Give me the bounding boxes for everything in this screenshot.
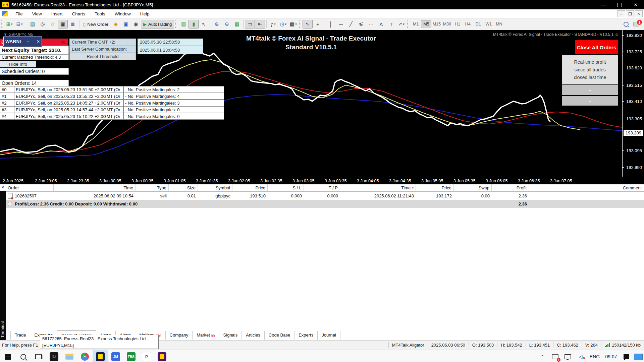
chart-shift-button[interactable]: ⇤ [255,20,265,28]
timeframe-m30[interactable]: M30 [442,20,452,28]
col-comment[interactable]: Comment [529,184,644,192]
language-indicator[interactable]: ENG [587,350,602,362]
tab-trade[interactable]: Trade [10,331,30,340]
timeframe-h4[interactable]: H4 [463,20,473,28]
col-close-time[interactable]: Time ▿ [340,184,416,192]
history-row[interactable]: 102682507 2025.06.02 09:10:54 sell 0.01 … [6,192,644,200]
templates-button[interactable]: ▩▾ [288,20,298,28]
terminal-button[interactable]: ▣ [58,20,68,28]
col-sl[interactable]: S / L [268,184,304,192]
close-all-orders-button[interactable]: Close All Orders [575,40,618,54]
menu-view[interactable]: View [28,10,47,17]
app-exness-mt4[interactable] [93,350,108,362]
profit-value-button[interactable]: - [562,85,618,95]
notifications-button[interactable]: 1 [633,22,639,26]
network-icon[interactable] [561,350,574,362]
zoom-out-button[interactable]: ⊖ [222,20,232,28]
strategy-tester-button[interactable]: ≣ [68,20,78,28]
app-jm[interactable]: JM [108,350,123,362]
task-view-icon[interactable] [31,350,46,362]
timeframe-m15[interactable]: M15 [431,20,442,28]
minimize-icon[interactable]: – [25,39,31,44]
timeframe-mn[interactable]: MN [494,20,504,28]
close-icon[interactable]: ✕ [35,39,42,44]
col-order[interactable]: Order [6,184,54,192]
navigator-button[interactable]: ✩ [48,20,58,28]
col-profit[interactable]: Profit [492,184,529,192]
menu-window[interactable]: Window [110,10,136,17]
autotrading-button[interactable]: ▶AutoTrading [141,20,174,28]
fibonacci-button[interactable]: ≶ [356,20,366,28]
menu-file[interactable]: File [11,10,28,17]
zoom-in-button[interactable]: ⊕ [212,20,222,28]
crosshair-button[interactable]: + [313,20,323,28]
label-tool-button[interactable]: T [386,20,396,28]
tab-market[interactable]: Market99 [193,331,219,340]
tab-code-base[interactable]: Code Base [265,331,294,340]
auto-scroll-button[interactable]: ⇉ [245,20,255,28]
indicators-button[interactable]: ƒ▾ [268,20,278,28]
new-chart-button[interactable]: ⊞▾ [4,20,14,28]
menu-charts[interactable]: Charts [67,10,90,17]
app-file-explorer[interactable] [62,350,77,362]
periods-button[interactable]: ◷▾ [278,20,288,28]
tab-company[interactable]: Company [166,331,193,340]
tray-alert-icon[interactable]: ! [549,350,561,362]
menu-tools[interactable]: Tools [90,10,110,17]
col-time[interactable]: Time [54,184,136,192]
arrows-tool-button[interactable]: ↗▾ [396,20,406,28]
taskbar-search-icon[interactable] [15,350,31,362]
app-chrome[interactable] [77,350,93,362]
clock[interactable]: 09:07 [602,350,620,362]
col-tp[interactable]: T / P [304,184,340,192]
new-order-button[interactable]: ▯New Order [81,20,111,28]
close-icon[interactable]: ✕ [628,1,643,9]
chart-plot[interactable]: MT4talk © Forex AI Signal - Trade Execut… [0,30,623,177]
app-p-terminal[interactable]: P [139,350,154,362]
text-tool-button[interactable]: A [376,20,386,28]
close-icon[interactable]: ✕ [0,185,6,190]
action-center-icon[interactable] [620,350,633,362]
tab-articles[interactable]: Articles [242,331,265,340]
col-symbol[interactable]: Symbol [198,184,232,192]
app-recorder[interactable]: ↻ [46,350,62,362]
mdi-close-icon[interactable]: ✕ [635,10,643,17]
community-button[interactable]: ◉ [131,20,141,28]
vertical-line-button[interactable]: │ [326,20,336,28]
mdi-restore-icon[interactable] [626,10,634,17]
trendline-button[interactable]: ╱ [346,20,356,28]
candlestick-button[interactable]: ▮ [189,20,199,28]
app-fbs[interactable]: FBS [123,350,139,362]
timeframe-m5[interactable]: M5 [421,20,431,28]
show-desktop-window[interactable] [633,350,644,362]
start-button[interactable] [0,350,15,362]
chart-symbol-label[interactable]: ▼ GBPJPYc,M5 [3,32,33,37]
mdi-minimize-icon[interactable]: – [617,10,625,17]
line-chart-button[interactable]: ∿ [199,20,209,28]
market-watch-button[interactable]: ▤ [28,20,38,28]
search-icon[interactable] [624,22,629,27]
col-close-price[interactable]: Price [416,184,454,192]
bar-chart-button[interactable]: ▥ [178,20,189,28]
reset-threshold-button[interactable]: Reset Threshold [69,53,136,60]
col-price[interactable]: Price [232,184,268,192]
volume-muted-icon[interactable]: ◁✕ [574,350,587,362]
warning-dialog[interactable]: WARNI – ✕ [3,37,42,46]
profit-value-button[interactable]: - [562,96,618,106]
tile-windows-button[interactable]: ▦ [232,20,242,28]
menu-insert[interactable]: Insert [47,10,67,17]
tab-signals[interactable]: Signals [219,331,242,340]
col-swap[interactable]: Swap [454,184,492,192]
data-window-button[interactable]: ◎ [38,20,48,28]
cursor-button[interactable]: ↖ [303,20,313,28]
timeframe-w1[interactable]: W1 [483,20,494,28]
minimize-icon[interactable]: — [596,1,611,9]
horizontal-line-button[interactable]: ─ [336,20,346,28]
alerts-button[interactable]: ◆ [111,20,121,28]
col-size[interactable]: Size [169,184,198,192]
tab-journal[interactable]: Journal [318,331,340,340]
grid-button[interactable]: ⋯ [366,20,376,28]
price-axis[interactable]: 193.830 193.725 193.620 193.515 193.410 … [623,30,644,177]
timeframe-m1[interactable]: M1 [411,20,421,28]
app-exness-2[interactable] [154,350,170,362]
